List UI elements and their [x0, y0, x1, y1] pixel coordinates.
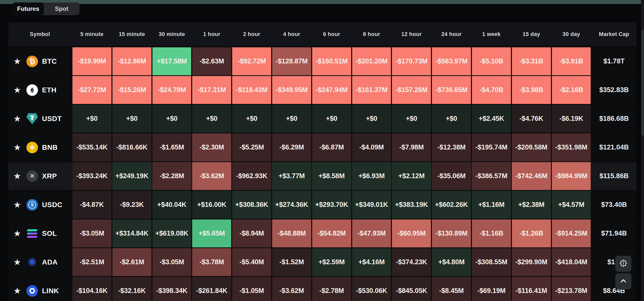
table-row-sol[interactable]: ★SOL-$3.05M+$314.84K+$619.08K+$5.65M-$8.… [8, 219, 636, 247]
table-row-bnb[interactable]: ★❖BNB-$535.14K-$816.66K-$1.65M-$2.30M-$5… [8, 133, 636, 161]
favorite-star-icon[interactable]: ★ [14, 229, 25, 238]
cell-usdt-8-hour: +$0 [352, 105, 391, 133]
column-header-1-week[interactable]: 1 week [472, 31, 511, 37]
symbol-label: XRP [42, 172, 57, 180]
cell-xrp-6-hour: +$8.58M [312, 162, 351, 190]
column-header-2-hour[interactable]: 2 hour [232, 31, 271, 37]
column-header-4-hour[interactable]: 4 hour [272, 31, 311, 37]
favorite-star-icon[interactable]: ★ [14, 286, 25, 295]
table-row-link[interactable]: ★LINK-$104.16K-$32.16K-$398.34K-$261.84K… [8, 277, 636, 301]
cell-xrp-30-minute: -$2.28M [152, 162, 191, 190]
market-cap-value: $73.40B [592, 191, 636, 219]
gear-alert-icon [619, 259, 628, 269]
cell-usdt-15-minute: +$0 [112, 105, 151, 133]
cell-usdt-24-hour: +$0 [432, 105, 471, 133]
cell-ada-30-day: -$418.04M [552, 248, 591, 276]
column-header-6-hour[interactable]: 6 hour [312, 31, 351, 37]
column-header-symbol[interactable]: Symbol [8, 31, 71, 37]
tab-spot[interactable]: Spot [44, 3, 79, 15]
cell-link-30-minute: -$398.34K [152, 277, 191, 301]
tab-futures[interactable]: Futures [13, 3, 44, 15]
bnb-coin-icon: ❖ [26, 142, 38, 153]
settings-fab-button[interactable] [615, 256, 631, 272]
column-header-24-hour[interactable]: 24 hour [432, 31, 471, 37]
cell-xrp-5-minute: -$393.24K [72, 162, 111, 190]
cell-xrp-2-hour: -$962.93K [232, 162, 271, 190]
symbol-label: SOL [42, 230, 57, 238]
column-header-15-minute[interactable]: 15 minute [112, 31, 151, 37]
column-header-5-minute[interactable]: 5 minute [72, 31, 111, 37]
cell-usdt-1-hour: +$0 [192, 105, 231, 133]
symbol-label: BNB [42, 143, 58, 152]
cell-btc-8-hour: -$201.20M [352, 47, 391, 75]
favorite-star-icon[interactable]: ★ [14, 143, 25, 152]
table-row-eth[interactable]: ★ETH-$27.72M-$15.26M-$24.78M-$17.31M-$11… [8, 76, 636, 104]
column-header-30-day[interactable]: 30 day [552, 31, 591, 37]
column-header-15-day[interactable]: 15 day [512, 31, 551, 37]
table-row-usdc[interactable]: ★$USDC-$4.87K-$9.23K+$40.04K+$16.00K+$30… [8, 191, 636, 219]
cell-btc-24-hour: -$563.97M [432, 47, 471, 75]
favorite-star-icon[interactable]: ★ [14, 172, 25, 180]
table-row-btc[interactable]: ★₿BTC-$19.99M-$12.86M+$17.58M-$2.63M-$92… [8, 47, 636, 75]
symbol-cell: ★✺ADA [8, 248, 71, 276]
cell-xrp-4-hour: +$3.77M [272, 162, 311, 190]
cell-ada-30-minute: -$3.05M [152, 248, 191, 276]
cell-eth-24-hour: -$736.65M [432, 76, 471, 104]
symbol-cell: ★ETH [8, 76, 71, 104]
cell-btc-15-minute: -$12.86M [112, 47, 151, 75]
cell-link-15-minute: -$32.16K [112, 277, 151, 301]
cell-usdc-15-day: +$2.38M [512, 191, 551, 219]
cell-eth-4-hour: -$349.95M [272, 76, 311, 104]
cell-xrp-24-hour: -$35.06M [432, 162, 471, 190]
cell-usdt-5-minute: +$0 [72, 105, 111, 133]
favorite-star-icon[interactable]: ★ [14, 258, 25, 267]
cell-link-8-hour: -$530.06K [352, 277, 391, 301]
cell-usdc-15-minute: -$9.23K [112, 191, 151, 219]
column-header-8-hour[interactable]: 8 hour [352, 31, 391, 37]
usdt-coin-icon: ₮ [26, 113, 38, 125]
cell-sol-12-hour: -$60.95M [392, 219, 431, 247]
cell-eth-2-hour: -$118.43M [232, 76, 271, 104]
cell-usdc-1-week: +$1.16M [472, 191, 511, 219]
btc-coin-icon: ₿ [26, 56, 38, 67]
column-header-30-minute[interactable]: 30 minute [152, 31, 191, 37]
usdc-coin-icon: $ [26, 199, 38, 211]
cell-btc-2-hour: -$92.72M [232, 47, 271, 75]
market-cap-value: $121.04B [592, 133, 636, 161]
cell-bnb-8-hour: -$4.09M [352, 133, 391, 161]
cell-ada-5-minute: -$2.51M [72, 248, 111, 276]
favorite-star-icon[interactable]: ★ [14, 86, 25, 94]
scrollbar-track[interactable] [641, 0, 644, 301]
cell-usdc-24-hour: +$602.26K [432, 191, 471, 219]
cell-link-1-week: -$69.19M [472, 277, 511, 301]
favorite-star-icon[interactable]: ★ [14, 114, 25, 123]
table-row-ada[interactable]: ★✺ADA-$2.51M-$2.61M-$3.05M-$3.78M-$5.40M… [8, 248, 636, 276]
favorite-star-icon[interactable]: ★ [14, 200, 25, 209]
cell-eth-30-minute: -$24.78M [152, 76, 191, 104]
table-body: ★₿BTC-$19.99M-$12.86M+$17.58M-$2.63M-$92… [8, 47, 636, 301]
table-row-xrp[interactable]: ★✕XRP-$393.24K+$249.19K-$2.28M-$3.62M-$9… [8, 162, 636, 190]
cell-xrp-1-week: -$386.57M [472, 162, 511, 190]
cell-bnb-30-minute: -$1.65M [152, 133, 191, 161]
cell-ada-15-day: -$299.90M [512, 248, 551, 276]
cell-usdt-1-week: +$2.45K [472, 105, 511, 133]
column-header-1-hour[interactable]: 1 hour [192, 31, 231, 37]
cell-usdt-30-day: -$6.19K [552, 105, 591, 133]
table-header: Symbol5 minute15 minute30 minute1 hour2 … [8, 22, 636, 46]
column-header-market-cap[interactable]: Market Cap [592, 31, 636, 37]
column-header-12-hour[interactable]: 12 hour [392, 31, 431, 37]
scroll-to-top-button[interactable] [615, 273, 631, 289]
scrollbar-thumb[interactable] [641, 30, 643, 136]
market-cap-value: $115.86B [592, 162, 636, 190]
cell-sol-6-hour: -$54.82M [312, 219, 351, 247]
view-tabs: Futures Spot [13, 3, 79, 15]
cell-usdc-30-day: +$4.57M [552, 191, 591, 219]
cell-link-12-hour: -$845.05K [392, 277, 431, 301]
table-row-usdt[interactable]: ★₮USDT+$0+$0+$0+$0+$0+$0+$0+$0+$0+$0+$2.… [8, 105, 636, 133]
cell-xrp-30-day: -$984.99M [552, 162, 591, 190]
cell-xrp-15-minute: +$249.19K [112, 162, 151, 190]
cell-bnb-2-hour: -$5.25M [232, 133, 271, 161]
cell-btc-12-hour: -$170.73M [392, 47, 431, 75]
symbol-label: ETH [42, 86, 57, 94]
favorite-star-icon[interactable]: ★ [14, 57, 25, 66]
